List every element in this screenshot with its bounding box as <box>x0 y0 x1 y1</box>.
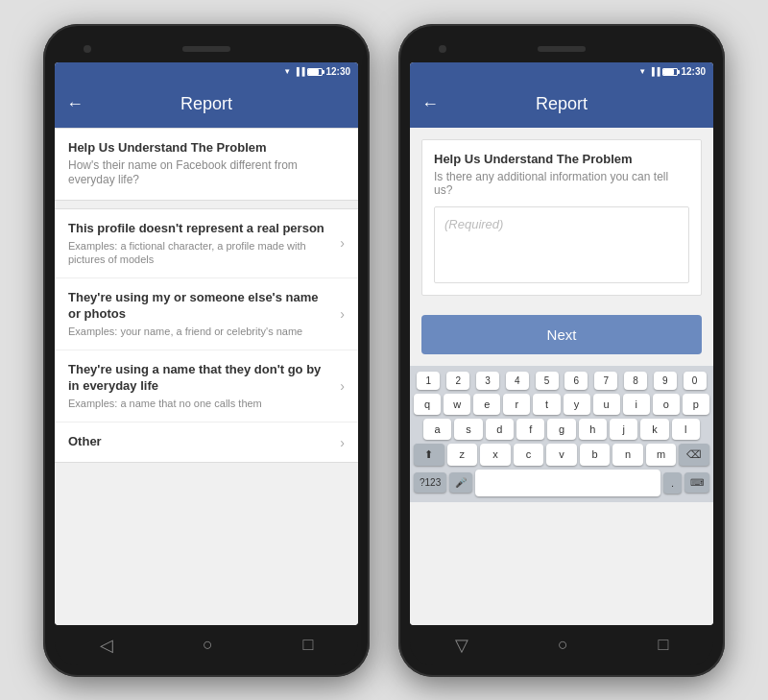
kb-u[interactable]: u <box>593 394 620 415</box>
list-item-4[interactable]: Other › <box>55 422 358 462</box>
kb-t[interactable]: t <box>533 394 560 415</box>
signal-icon-2: ▐▐ <box>649 67 660 76</box>
kb-key-9[interactable]: 9 <box>654 372 677 390</box>
chevron-icon-3: › <box>340 378 345 394</box>
kb-x[interactable]: x <box>480 444 511 466</box>
kb-c[interactable]: c <box>514 444 544 466</box>
kb-y[interactable]: y <box>564 394 590 415</box>
keyboard: 1 2 3 4 5 6 7 8 9 0 q w e r t <box>410 366 713 502</box>
nav-home-1[interactable]: ○ <box>203 635 213 655</box>
kb-key-4[interactable]: 4 <box>506 372 529 390</box>
problem-card: Help Us Understand The Problem Is there … <box>421 139 702 296</box>
kb-key-8[interactable]: 8 <box>624 372 647 390</box>
kb-p[interactable]: p <box>683 394 709 415</box>
list-item-content-2: They're using my or someone else's name … <box>68 290 340 338</box>
kb-v[interactable]: v <box>546 444 577 466</box>
list-item-sub-2: Examples: your name, a friend or celebri… <box>68 325 332 338</box>
nav-recent-1[interactable]: □ <box>302 635 313 655</box>
kb-r[interactable]: r <box>503 394 530 415</box>
status-time-1: 12:30 <box>325 66 350 77</box>
kb-period[interactable]: . <box>663 472 682 494</box>
nav-back-1[interactable]: ◁ <box>100 635 113 656</box>
nav-home-2[interactable]: ○ <box>558 635 568 655</box>
kb-m[interactable]: m <box>646 444 677 466</box>
kb-s[interactable]: s <box>454 419 482 440</box>
kb-k[interactable]: k <box>640 419 668 440</box>
kb-space[interactable] <box>475 470 660 496</box>
kb-delete[interactable]: ⌫ <box>679 444 709 466</box>
problem-title-2: Help Us Understand The Problem <box>434 152 689 166</box>
kb-l[interactable]: l <box>672 419 700 440</box>
back-button-2[interactable]: ← <box>421 94 439 114</box>
header-title-1: Help Us Understand The Problem <box>68 140 345 155</box>
list-container-1: This profile doesn't represent a real pe… <box>55 208 358 464</box>
list-item-1[interactable]: This profile doesn't represent a real pe… <box>55 209 358 278</box>
phone2-content: Help Us Understand The Problem Is there … <box>410 128 713 366</box>
wifi-icon-2: ▼ <box>638 67 646 76</box>
kb-h[interactable]: h <box>579 419 607 440</box>
status-icons-1: ▼ ▐▐ 12:30 <box>283 66 350 77</box>
kb-j[interactable]: j <box>610 419 637 440</box>
kb-n[interactable]: n <box>612 444 643 466</box>
nav-back-2[interactable]: ▽ <box>455 635 468 656</box>
wifi-icon: ▼ <box>283 67 291 76</box>
kb-key-1[interactable]: 1 <box>417 372 440 390</box>
nav-bar-1: ◁ ○ □ <box>55 625 358 665</box>
kb-d[interactable]: d <box>486 419 514 440</box>
phone-1: ▼ ▐▐ 12:30 ← Report Help Us Understand T… <box>43 24 370 677</box>
chevron-icon-1: › <box>340 235 345 251</box>
list-item-sub-1: Examples: a fictional character, a profi… <box>68 239 332 267</box>
list-item-3[interactable]: They're using a name that they don't go … <box>55 350 358 422</box>
kb-key-5[interactable]: 5 <box>536 372 559 390</box>
status-bar-2: ▼ ▐▐ 12:30 <box>410 62 713 82</box>
list-item-2[interactable]: They're using my or someone else's name … <box>55 278 358 350</box>
kb-g[interactable]: g <box>547 419 575 440</box>
app-bar-title-1: Report <box>180 94 232 114</box>
kb-key-3[interactable]: 3 <box>476 372 499 390</box>
keyboard-row-3: ⬆ z x c v b n m ⌫ <box>414 444 709 466</box>
required-placeholder: (Required) <box>444 217 503 231</box>
kb-key-0[interactable]: 0 <box>684 372 707 390</box>
kb-b[interactable]: b <box>580 444 611 466</box>
keyboard-bottom-row: ?123 🎤 . ⌨ <box>414 470 709 496</box>
kb-o[interactable]: o <box>653 394 680 415</box>
kb-q[interactable]: q <box>414 394 441 415</box>
kb-i[interactable]: i <box>623 394 650 415</box>
kb-shift[interactable]: ⬆ <box>414 444 444 466</box>
speaker-2 <box>538 46 586 52</box>
screen-content-2: Help Us Understand The Problem Is there … <box>410 128 713 625</box>
kb-w[interactable]: w <box>444 394 470 415</box>
chevron-icon-2: › <box>340 306 345 322</box>
kb-a[interactable]: a <box>423 419 451 440</box>
keyboard-numbers-row: 1 2 3 4 5 6 7 8 9 0 <box>414 372 709 390</box>
kb-symbols[interactable]: ?123 <box>414 472 446 493</box>
back-button-1[interactable]: ← <box>66 94 84 114</box>
kb-e[interactable]: e <box>473 394 500 415</box>
nav-bar-2: ▽ ○ □ <box>410 625 713 665</box>
kb-emoji[interactable]: ⌨ <box>684 472 709 493</box>
list-item-title-1: This profile doesn't represent a real pe… <box>68 221 332 237</box>
status-icons-2: ▼ ▐▐ 12:30 <box>638 66 706 77</box>
required-input[interactable]: (Required) <box>434 206 689 283</box>
battery-icon-1 <box>307 68 323 76</box>
phone-2: ▼ ▐▐ 12:30 ← Report Help Us Understand T… <box>398 24 725 677</box>
kb-mic[interactable]: 🎤 <box>449 472 472 493</box>
list-item-title-4: Other <box>68 434 332 450</box>
next-button[interactable]: Next <box>421 315 702 354</box>
screen-content-1: Help Us Understand The Problem How's the… <box>55 128 358 625</box>
list-item-title-2: They're using my or someone else's name … <box>68 290 332 323</box>
kb-key-7[interactable]: 7 <box>594 372 617 390</box>
kb-key-6[interactable]: 6 <box>564 372 588 390</box>
nav-recent-2[interactable]: □ <box>658 635 668 655</box>
app-bar-2: ← Report <box>410 82 713 128</box>
screen-2: ▼ ▐▐ 12:30 ← Report Help Us Understand T… <box>410 62 713 625</box>
keyboard-row-2: a s d f g h j k l <box>414 419 709 440</box>
kb-key-2[interactable]: 2 <box>446 372 469 390</box>
list-item-content-4: Other <box>68 434 340 450</box>
kb-z[interactable]: z <box>447 444 478 466</box>
kb-f[interactable]: f <box>516 419 544 440</box>
speaker-1 <box>182 46 230 52</box>
header-card-1: Help Us Understand The Problem How's the… <box>55 128 358 201</box>
battery-icon-2 <box>662 68 678 76</box>
header-subtitle-1: How's their name on Facebook different f… <box>68 158 345 188</box>
